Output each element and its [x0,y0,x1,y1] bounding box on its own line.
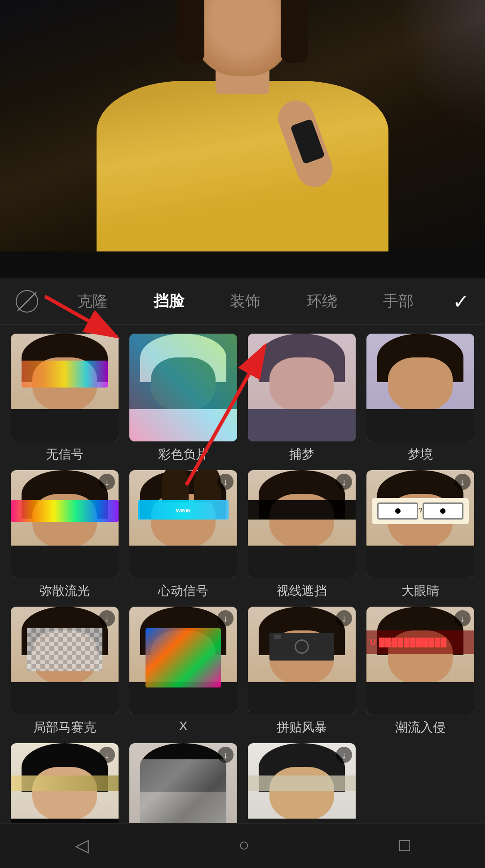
filter-x-label: X [179,719,188,733]
filter-row-3: ↓ 局部马赛克 ↓ X [9,607,476,736]
filter-local-mosaic[interactable]: ↓ 局部马赛克 [9,607,120,736]
filter-big-eyes[interactable]: ??? ↓ 大眼睛 [365,470,476,599]
download-collage-storm[interactable]: ↓ [336,610,352,626]
download-strip1[interactable]: ↓ [99,747,115,763]
tab-decoration[interactable]: 装饰 [223,287,268,315]
filter-heartbeat-label: 心动信号 [158,582,208,599]
nav-home[interactable]: ○ [238,835,249,857]
filter-no-signal[interactable]: 无信号 [9,334,120,463]
filter-color-negative[interactable]: 彩色负片 [128,334,239,463]
download-local-mosaic[interactable]: ↓ [99,610,115,626]
video-preview [0,0,485,251]
filter-local-mosaic-label: 局部马赛克 [33,719,96,736]
download-vision-block[interactable]: ↓ [336,474,352,490]
filter-dream-land[interactable]: 梦境 [365,334,476,463]
nav-recent[interactable]: □ [399,835,410,857]
filter-diffuse-light-label: 弥散流光 [40,582,90,599]
filter-dream-land-label: 梦境 [408,446,433,463]
nav-back[interactable]: ◁ [75,835,89,857]
download-heartbeat[interactable]: ↓ [217,474,234,490]
tab-clone[interactable]: 克隆 [70,287,115,315]
download-diffuse-light[interactable]: ↓ [99,474,115,490]
download-big-eyes[interactable]: ↓ [454,474,471,490]
filter-heartbeat[interactable]: www ↓ 心动信号 [128,470,239,599]
filter-row-1: 无信号 彩色负片 [9,334,476,463]
filter-dream-catch[interactable]: 捕梦 [246,334,357,463]
tab-surround[interactable]: 环绕 [300,287,344,315]
download-strip2[interactable]: ↓ [336,747,352,763]
filter-no-signal-label: 无信号 [46,446,84,463]
filter-vision-block-label: 视线遮挡 [277,582,327,599]
tab-hand[interactable]: 手部 [376,287,421,315]
filter-dream-catch-label: 捕梦 [289,446,314,463]
filter-trendy-invasion-label: 潮流入侵 [395,719,445,736]
tab-no-effect[interactable] [16,290,38,313]
separator-band [0,251,485,278]
filter-big-eyes-label: 大眼睛 [401,582,439,599]
filter-row-2: ↓ 弥散流光 www [9,470,476,599]
filter-collage-storm[interactable]: ↓ 拼贴风暴 [246,607,357,736]
download-x-effect[interactable]: ↓ [217,610,234,626]
download-trendy-invasion[interactable]: ↓ [454,610,471,626]
bottom-navigation: ◁ ○ □ [0,823,485,868]
filter-x-effect[interactable]: ↓ X [128,607,239,736]
filter-vision-block[interactable]: ↓ 视线遮挡 [246,470,357,599]
tab-navigation: 克隆 挡脸 装饰 环绕 手部 ✓ [0,278,485,325]
download-robot[interactable]: ↓ [217,747,234,763]
filter-trendy-invasion[interactable]: U ███████████ ↓ 潮流入侵 [365,607,476,736]
filter-diffuse-light[interactable]: ↓ 弥散流光 [9,470,120,599]
filter-collage-storm-label: 拼贴风暴 [277,719,327,736]
tab-confirm[interactable]: ✓ [453,290,469,313]
tab-face-block[interactable]: 挡脸 [146,287,191,315]
filter-grid: 无信号 彩色负片 [0,325,485,868]
filter-color-negative-label: 彩色负片 [158,446,208,463]
